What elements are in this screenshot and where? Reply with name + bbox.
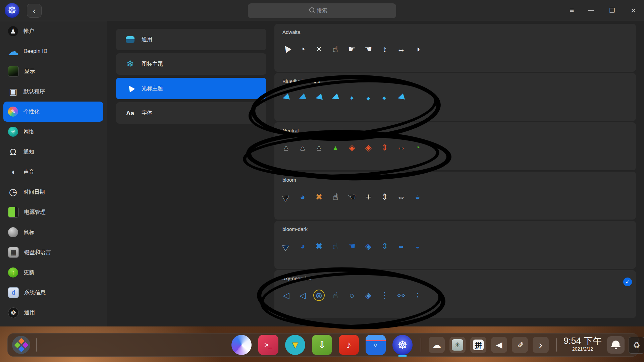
watch-cursor-icon: ◒ bbox=[413, 241, 423, 251]
system-info-icon: d bbox=[8, 287, 19, 298]
theme-row-Neutral[interactable]: Neutral▲▲▲▲◈◈⇕⇔◔ bbox=[274, 122, 636, 170]
sidebar-item-label: 通知 bbox=[23, 148, 34, 156]
store-bag-icon: ○ bbox=[366, 335, 386, 355]
sidebar-item-default-apps[interactable]: ▣默认程序 bbox=[3, 81, 103, 102]
tray-input-method[interactable]: 拼 bbox=[470, 337, 486, 353]
battery-icon bbox=[8, 207, 19, 218]
pointer-cursor-icon: ▶ bbox=[279, 42, 293, 56]
dock-separator bbox=[556, 338, 557, 352]
tray-antivirus[interactable]: ✳ bbox=[449, 337, 466, 353]
clock-date: 2021/2/12 bbox=[561, 346, 604, 352]
keyboard-icon: ▦ bbox=[8, 247, 19, 258]
tab-font[interactable]: Aa字体 bbox=[116, 102, 266, 124]
h-diamonds-cursor-icon: ⋄⋄ bbox=[397, 291, 405, 299]
dock: >_▼⇩♪○☸ ☁✳拼◀✎› 9:54 下午 2021/2/12 ♻ bbox=[7, 333, 639, 357]
cursor-preview-strip: ▶◔×☝☛☚↕↔◑ bbox=[281, 44, 423, 54]
clouds-icon: ☁ bbox=[432, 341, 441, 349]
trash-icon[interactable]: ♻ bbox=[629, 337, 644, 354]
dock-app-app-store[interactable]: ○ bbox=[366, 335, 386, 355]
cross-circled-cursor-icon: ⊗ bbox=[314, 290, 324, 300]
sidebar-item-network[interactable]: ✳网络 bbox=[3, 122, 103, 142]
tray-screenshot[interactable]: ✎ bbox=[512, 337, 528, 353]
tab-label: 图标主题 bbox=[142, 61, 163, 68]
music-note-icon: ♪ bbox=[339, 335, 359, 355]
arrow-cursor-icon: ▲ bbox=[282, 143, 290, 152]
v-dots-cursor-icon: ⋮ bbox=[380, 290, 390, 300]
sidebar-item-sound[interactable]: ◖声音 bbox=[3, 162, 103, 182]
theme-row-bloom-dark[interactable]: bloom-dark▶◕✖☝☚◈⇕⇔◒ bbox=[274, 221, 636, 269]
running-indicator bbox=[398, 355, 407, 357]
tray-weather[interactable]: ☁ bbox=[429, 337, 445, 353]
h-resize-cursor-icon: ⇔ bbox=[396, 192, 406, 202]
sidebar-item-updates[interactable]: ↑更新 bbox=[3, 262, 103, 283]
search-input[interactable] bbox=[248, 3, 396, 18]
windows-check-icon: ▣ bbox=[8, 86, 18, 97]
left-arrow-cursor-icon: ▶ bbox=[280, 92, 292, 104]
sidebar-item-keyboard-language[interactable]: ▦键盘和语言 bbox=[3, 242, 103, 262]
minimize-button[interactable]: ─ bbox=[585, 5, 597, 16]
palette-icon: ✎ bbox=[8, 107, 18, 117]
pointing-hand-cursor-icon: ☝ bbox=[330, 192, 340, 202]
sidebar-item-personalization[interactable]: ✎个性化 bbox=[3, 102, 103, 122]
pointer-progress-cursor-icon: ◔ bbox=[298, 44, 308, 54]
speaker-icon: ◖ bbox=[8, 167, 18, 177]
dock-app-terminal[interactable]: >_ bbox=[258, 335, 278, 355]
sidebar-item-power[interactable]: 电源管理 bbox=[3, 202, 103, 222]
cursor-preview-strip: ▲▲▲▲◈◈⇕⇔◔ bbox=[281, 142, 423, 153]
tab-icon-theme[interactable]: ❄图标主题 bbox=[116, 53, 266, 75]
close-button[interactable]: × bbox=[627, 5, 639, 16]
arrow-green-cursor-icon: ▲ bbox=[332, 144, 339, 152]
dock-app-control-center[interactable]: ☸ bbox=[392, 335, 413, 355]
app-logo-icon: ☸ bbox=[5, 3, 19, 18]
notification-center-button[interactable] bbox=[607, 336, 625, 354]
sidebar-item-accounts[interactable]: ♟帐户 bbox=[3, 21, 103, 41]
dot-pair-cursor-icon: ∶ bbox=[413, 290, 423, 300]
dock-app-music[interactable]: ♪ bbox=[339, 335, 359, 355]
tab-cursor-theme[interactable]: ▶光标主题 bbox=[116, 78, 266, 99]
left-arrow-3-cursor-icon: ▶ bbox=[329, 92, 342, 105]
h-beam-cursor-icon: ◆ bbox=[382, 96, 388, 101]
mouse-icon bbox=[8, 227, 18, 237]
dock-app-uget[interactable]: ⇩ bbox=[312, 335, 332, 355]
tab-general[interactable]: 通用 bbox=[116, 29, 266, 50]
pinyin-badge: 拼 bbox=[473, 340, 484, 350]
theme-row-Adwaita[interactable]: Adwaita▶◔×☝☛☚↕↔◑ bbox=[274, 24, 636, 72]
bell-icon: Ω bbox=[8, 147, 18, 157]
move-diamond-2-cursor-icon: ◈ bbox=[363, 142, 373, 153]
sidebar-item-display[interactable]: 显示 bbox=[3, 61, 103, 81]
sidebar-item-label: 更新 bbox=[23, 269, 34, 276]
dock-app-security[interactable]: ▼ bbox=[285, 335, 305, 355]
v-resize-cursor-icon: ↕ bbox=[380, 44, 390, 54]
pointer-cursor-icon: ▶ bbox=[280, 240, 292, 252]
sidebar-item-deepin-id[interactable]: ☁Deepin ID bbox=[3, 41, 103, 61]
v-beam-cursor-icon: ◆ bbox=[366, 96, 371, 101]
cursor-preview-strip: ▶▶▶▶✦◆◆▶ bbox=[281, 93, 406, 103]
launcher-icon[interactable] bbox=[12, 336, 30, 354]
tray-volume[interactable]: ◀ bbox=[491, 337, 507, 353]
restore-button[interactable]: ❐ bbox=[606, 5, 618, 16]
dock-clock[interactable]: 9:54 下午 2021/2/12 bbox=[561, 336, 604, 352]
grab-hand-cursor-icon: ☚ bbox=[347, 192, 357, 202]
theme-row-bloom[interactable]: bloom▶◕✖☝☚+⇕⇔◒ bbox=[274, 172, 636, 220]
sidebar-item-label: 通用 bbox=[24, 309, 35, 316]
dock-app-browser[interactable] bbox=[231, 335, 252, 355]
circle-cursor-icon: ○ bbox=[347, 290, 357, 300]
theme-row-BlueIllusion2_left[interactable]: BlueIllusion2_left▶▶▶▶✦◆◆▶ bbox=[274, 73, 636, 121]
h-split-cursor-icon: ⇔ bbox=[396, 142, 406, 153]
sidebar-item-general[interactable]: ☸通用 bbox=[3, 303, 103, 323]
sidebar-item-system-info[interactable]: d系统信息 bbox=[3, 283, 103, 303]
pointer-progress-cursor-icon: ◕ bbox=[298, 192, 308, 202]
personalization-tabs: 通用❄图标主题▶光标主题Aa字体 bbox=[116, 29, 266, 127]
dock-tray: ☁✳拼◀✎› bbox=[429, 337, 549, 353]
theme-row-oxy-neon-left[interactable]: oxy-neon-left◁◁⊗☝○◈⋮⋄⋄∶✓ bbox=[274, 270, 636, 318]
sidebar-item-datetime[interactable]: ◷时间日期 bbox=[3, 182, 103, 202]
menu-button[interactable]: ≡ bbox=[566, 5, 578, 16]
cross-busy-cursor-icon: ✖ bbox=[314, 241, 324, 251]
tray-expand[interactable]: › bbox=[533, 337, 549, 353]
search-icon bbox=[309, 7, 314, 12]
pointer-cursor-icon: ▶ bbox=[280, 191, 292, 203]
left-arrow-dots-cursor-icon: ◁ bbox=[298, 290, 308, 300]
sidebar-item-notifications[interactable]: Ω通知 bbox=[3, 142, 103, 162]
sidebar-item-mouse[interactable]: 鼠标 bbox=[3, 222, 103, 242]
back-button[interactable]: ‹ bbox=[27, 4, 42, 18]
